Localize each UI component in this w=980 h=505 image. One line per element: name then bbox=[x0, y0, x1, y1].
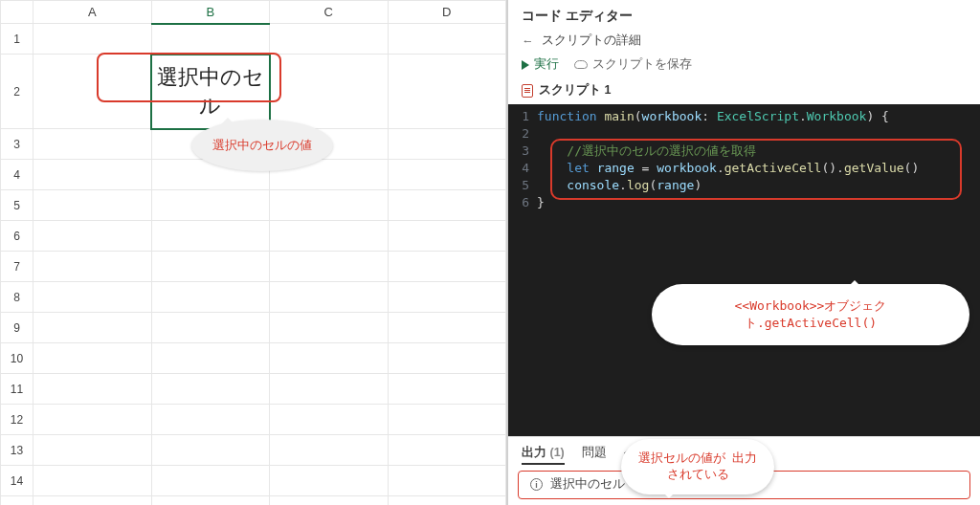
code-line[interactable]: 4 let range = workbook.getActiveCell().g… bbox=[508, 160, 980, 177]
cell[interactable] bbox=[151, 374, 270, 405]
cell[interactable] bbox=[151, 405, 270, 435]
cell[interactable] bbox=[388, 160, 506, 190]
cell[interactable] bbox=[388, 313, 506, 343]
cell[interactable] bbox=[151, 190, 270, 221]
row-header[interactable]: 1 bbox=[1, 24, 33, 55]
code-line[interactable]: 3 //選択中のセルの選択の値を取得 bbox=[508, 143, 980, 160]
cell[interactable] bbox=[151, 282, 270, 313]
cell[interactable] bbox=[33, 190, 152, 221]
cell[interactable]: 選択中のセル bbox=[151, 55, 270, 129]
cell[interactable] bbox=[33, 252, 152, 282]
row-header[interactable]: 8 bbox=[1, 282, 33, 313]
callout-cell-value: 選択中のセルの値 bbox=[191, 120, 333, 171]
cell[interactable] bbox=[33, 374, 152, 405]
cell[interactable] bbox=[33, 282, 152, 313]
back-link[interactable]: ← スクリプトの詳細 bbox=[508, 29, 980, 53]
grid[interactable]: ABCD12選択中のセル3456789101112131415 bbox=[0, 0, 506, 505]
run-button[interactable]: 実行 bbox=[522, 56, 559, 73]
cell[interactable] bbox=[33, 221, 152, 252]
row-header[interactable]: 4 bbox=[1, 160, 33, 190]
cell[interactable] bbox=[33, 435, 152, 466]
back-link-label: スクリプトの詳細 bbox=[542, 33, 641, 49]
cell[interactable] bbox=[33, 343, 152, 374]
column-header[interactable]: B bbox=[151, 1, 270, 24]
output-value: 選択中のセル bbox=[550, 476, 625, 493]
cell[interactable] bbox=[388, 374, 506, 405]
save-script-button[interactable]: スクリプトを保存 bbox=[574, 56, 692, 73]
row-header[interactable]: 2 bbox=[1, 55, 33, 129]
cell[interactable] bbox=[151, 313, 270, 343]
row-header[interactable]: 15 bbox=[1, 496, 33, 506]
code-line[interactable]: 1function main(workbook: ExcelScript.Wor… bbox=[508, 108, 980, 125]
cell[interactable] bbox=[388, 252, 506, 282]
cell[interactable] bbox=[270, 55, 389, 129]
row-header[interactable]: 12 bbox=[1, 405, 33, 435]
code-line[interactable]: 6} bbox=[508, 194, 980, 211]
cell[interactable] bbox=[33, 496, 152, 506]
cell[interactable] bbox=[270, 282, 389, 313]
cell[interactable] bbox=[388, 221, 506, 252]
cell[interactable] bbox=[33, 129, 152, 160]
cell[interactable] bbox=[33, 405, 152, 435]
cell[interactable] bbox=[270, 221, 389, 252]
cell[interactable] bbox=[33, 466, 152, 496]
code-area[interactable]: 1function main(workbook: ExcelScript.Wor… bbox=[508, 104, 980, 436]
row-header[interactable]: 13 bbox=[1, 435, 33, 466]
row-header[interactable]: 7 bbox=[1, 252, 33, 282]
cell[interactable] bbox=[388, 282, 506, 313]
cell[interactable] bbox=[33, 313, 152, 343]
script-tab[interactable]: スクリプト 1 bbox=[508, 78, 980, 104]
panel-tab[interactable]: 問題 bbox=[582, 445, 607, 465]
cell[interactable] bbox=[151, 343, 270, 374]
back-arrow-icon: ← bbox=[522, 34, 534, 48]
cell[interactable] bbox=[33, 55, 152, 129]
cell[interactable] bbox=[388, 405, 506, 435]
cloud-icon bbox=[574, 60, 588, 69]
script-name: スクリプト 1 bbox=[539, 82, 611, 99]
row-header[interactable]: 6 bbox=[1, 221, 33, 252]
cell[interactable] bbox=[270, 405, 389, 435]
cell[interactable] bbox=[270, 496, 389, 506]
script-file-icon bbox=[522, 84, 533, 98]
column-header[interactable]: A bbox=[33, 1, 152, 24]
cell[interactable] bbox=[151, 221, 270, 252]
cell[interactable] bbox=[270, 190, 389, 221]
panel-tab[interactable]: 出力 (1) bbox=[522, 445, 565, 465]
cell[interactable] bbox=[270, 374, 389, 405]
row-header[interactable]: 10 bbox=[1, 343, 33, 374]
row-header[interactable]: 11 bbox=[1, 374, 33, 405]
column-header[interactable]: C bbox=[270, 1, 389, 24]
code-editor-pane: コード エディター ← スクリプトの詳細 実行 スクリプトを保存 スクリプト 1… bbox=[507, 0, 980, 505]
cell[interactable] bbox=[388, 55, 506, 129]
save-button-label: スクリプトを保存 bbox=[592, 56, 692, 73]
cell[interactable] bbox=[388, 190, 506, 221]
cell[interactable] bbox=[151, 435, 270, 466]
cell[interactable] bbox=[270, 435, 389, 466]
row-header[interactable]: 3 bbox=[1, 129, 33, 160]
cell[interactable] bbox=[270, 252, 389, 282]
cell[interactable] bbox=[388, 496, 506, 506]
cell[interactable] bbox=[270, 313, 389, 343]
column-header[interactable]: D bbox=[388, 1, 506, 24]
cell[interactable] bbox=[151, 24, 270, 55]
cell[interactable] bbox=[388, 24, 506, 55]
cell[interactable] bbox=[151, 252, 270, 282]
cell[interactable] bbox=[388, 343, 506, 374]
code-line[interactable]: 5 console.log(range) bbox=[508, 177, 980, 194]
cell[interactable] bbox=[270, 24, 389, 55]
row-header[interactable]: 5 bbox=[1, 190, 33, 221]
cell[interactable] bbox=[388, 129, 506, 160]
row-header[interactable]: 9 bbox=[1, 313, 33, 343]
cell[interactable] bbox=[33, 24, 152, 55]
cell[interactable] bbox=[151, 496, 270, 506]
cell[interactable] bbox=[33, 160, 152, 190]
cell[interactable] bbox=[151, 466, 270, 496]
cell[interactable] bbox=[388, 435, 506, 466]
cell[interactable] bbox=[270, 343, 389, 374]
info-icon: i bbox=[530, 478, 543, 491]
code-line[interactable]: 2 bbox=[508, 125, 980, 143]
row-header[interactable]: 14 bbox=[1, 466, 33, 496]
cell[interactable] bbox=[270, 466, 389, 496]
cell[interactable] bbox=[388, 466, 506, 496]
play-icon bbox=[522, 60, 529, 70]
